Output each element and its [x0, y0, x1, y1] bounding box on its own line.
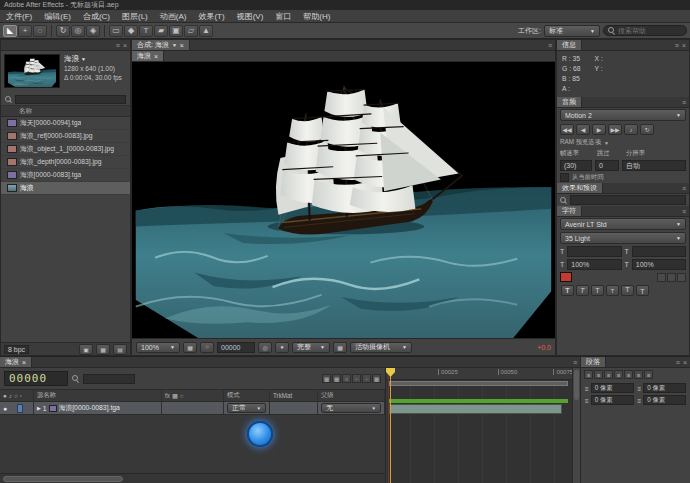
- ram-preview-options[interactable]: RAM 预览选项▼: [557, 137, 689, 148]
- project-item-selected[interactable]: 海浪: [1, 182, 130, 195]
- puppet-tool[interactable]: ▲: [199, 25, 213, 37]
- help-search-input[interactable]: [618, 27, 682, 34]
- effects-search-input[interactable]: [570, 195, 686, 205]
- faux-italic-button[interactable]: T: [576, 285, 589, 296]
- project-column-header[interactable]: 名称: [1, 106, 130, 117]
- font-size-field[interactable]: [567, 246, 621, 257]
- layer-label-chip[interactable]: [17, 404, 23, 413]
- safe-areas-icon[interactable]: ▦: [183, 342, 197, 353]
- space-before-field[interactable]: 0 像素: [591, 395, 634, 405]
- vertical-scroll-thumb[interactable]: [574, 370, 579, 400]
- project-search-input[interactable]: [15, 95, 126, 104]
- help-search-box[interactable]: [603, 25, 687, 36]
- workspace-dropdown[interactable]: 标准 ▼: [544, 25, 600, 37]
- align-left-button[interactable]: ≡: [584, 370, 593, 379]
- lock-column-icon[interactable]: ◦: [20, 392, 22, 399]
- close-icon[interactable]: ×: [123, 42, 127, 49]
- camera-tool[interactable]: ◎: [71, 25, 85, 37]
- loop-button[interactable]: ↻: [640, 124, 654, 135]
- graph-editor-icon[interactable]: ▦: [372, 374, 381, 383]
- timeline-graph-area[interactable]: 00025 00050 00075: [386, 368, 572, 483]
- pan-behind-tool[interactable]: ◈: [86, 25, 100, 37]
- faux-bold-button[interactable]: T: [561, 285, 574, 296]
- font-family-dropdown[interactable]: Avenir LT Std▼: [560, 218, 686, 230]
- work-area-bar[interactable]: [389, 381, 568, 386]
- close-icon[interactable]: ×: [22, 359, 26, 366]
- space-after-field[interactable]: 0 像素: [643, 395, 686, 405]
- exposure-value[interactable]: +0.0: [537, 344, 551, 351]
- viewer-tab[interactable]: 海浪 ×: [132, 51, 164, 61]
- justify-all-button[interactable]: ≡: [644, 370, 653, 379]
- new-composition-icon[interactable]: ▦: [96, 344, 110, 355]
- superscript-button[interactable]: T: [621, 285, 634, 296]
- snapshot-icon[interactable]: ◎: [258, 342, 272, 353]
- project-item[interactable]: 海浪_object_1_[0000-0083].jpg: [1, 143, 130, 156]
- composition-mini-flowchart-icon[interactable]: ▦: [322, 374, 331, 383]
- menu-effect[interactable]: 效果(T): [192, 10, 230, 22]
- all-caps-button[interactable]: T: [591, 285, 604, 296]
- fill-color-swatch[interactable]: [560, 272, 572, 282]
- audio-panel-tab[interactable]: 音频: [557, 97, 582, 107]
- indent-right-field[interactable]: 0 像素: [643, 383, 686, 393]
- draft-3d-icon[interactable]: ▦: [332, 374, 341, 383]
- audio-toggle-button[interactable]: ♪: [624, 124, 638, 135]
- timeline-search-input[interactable]: [83, 374, 135, 384]
- mode-column[interactable]: 模式: [224, 390, 270, 401]
- info-panel-tab[interactable]: 信息: [557, 40, 582, 50]
- justify-last-left-button[interactable]: ≡: [614, 370, 623, 379]
- source-name-column[interactable]: 源名称: [34, 390, 162, 401]
- magnification-dropdown[interactable]: 100%▼: [136, 342, 180, 353]
- stroke-color-swatch[interactable]: [657, 273, 666, 282]
- eyedropper-icon[interactable]: [667, 273, 676, 282]
- project-item[interactable]: 海浪_ref[0000-0083].jpg: [1, 130, 130, 143]
- vertical-scale-field[interactable]: 100%: [632, 259, 686, 270]
- menu-composition[interactable]: 合成(C): [77, 10, 116, 22]
- layer-duration-bar[interactable]: [389, 404, 562, 414]
- subscript-button[interactable]: T: [636, 285, 649, 296]
- switches-eye-icon[interactable]: ○: [180, 392, 184, 399]
- new-folder-icon[interactable]: ▣: [79, 344, 93, 355]
- panel-menu-icon[interactable]: ≡: [573, 359, 577, 366]
- layer-source-name[interactable]: 海浪[0000-0083].tga: [59, 403, 120, 413]
- small-caps-button[interactable]: T: [606, 285, 619, 296]
- preview-preset-dropdown[interactable]: Motion 2▼: [560, 109, 686, 121]
- footage-thumbnail[interactable]: [4, 54, 60, 88]
- composition-panel-tab[interactable]: 合成: 海浪 ▼ ×: [132, 40, 190, 50]
- trash-icon[interactable]: ▤: [113, 344, 127, 355]
- timeline-tab[interactable]: 海浪 ×: [0, 357, 32, 367]
- indent-left-field[interactable]: 0 像素: [591, 383, 634, 393]
- effects-presets-tab[interactable]: 效果和预设: [557, 183, 603, 193]
- panel-menu-icon[interactable]: ≡: [676, 359, 680, 366]
- chevron-down-icon[interactable]: ▼: [172, 42, 177, 48]
- timeline-zoom-scrollbar[interactable]: [0, 473, 385, 483]
- close-icon[interactable]: ×: [682, 42, 686, 49]
- layer-visibility-icon[interactable]: ●: [3, 405, 7, 412]
- close-icon[interactable]: ×: [180, 42, 184, 49]
- justify-last-center-button[interactable]: ≡: [624, 370, 633, 379]
- time-ruler[interactable]: 00025 00050 00075: [386, 368, 572, 380]
- audio-column-icon[interactable]: ♪: [9, 392, 12, 399]
- timeline-vertical-scrollbar[interactable]: [572, 368, 580, 483]
- current-time-display[interactable]: 00000: [4, 371, 68, 386]
- hand-tool[interactable]: +: [18, 25, 32, 37]
- character-panel-tab[interactable]: 字符: [557, 206, 582, 216]
- switches-fx-icon[interactable]: fx: [165, 392, 170, 399]
- project-item[interactable]: 海浪[0000-0083].tga: [1, 169, 130, 182]
- close-icon[interactable]: ×: [154, 53, 158, 60]
- panel-menu-icon[interactable]: ≡: [682, 99, 686, 106]
- trkmat-column[interactable]: TrkMat: [270, 390, 318, 401]
- menu-layer[interactable]: 图层(L): [116, 10, 154, 22]
- clone-stamp-tool[interactable]: ▣: [169, 25, 183, 37]
- skip-value[interactable]: 0: [595, 160, 619, 171]
- menu-window[interactable]: 窗口: [269, 10, 297, 22]
- hide-shy-layers-icon[interactable]: ○: [342, 374, 351, 383]
- video-column-icon[interactable]: ●: [3, 392, 7, 399]
- font-style-dropdown[interactable]: 35 Light▼: [560, 232, 686, 244]
- motion-blur-icon[interactable]: ◦: [362, 374, 371, 383]
- menu-edit[interactable]: 编辑(E): [38, 10, 77, 22]
- menu-file[interactable]: 文件(F): [0, 10, 38, 22]
- framerate-value[interactable]: (30): [560, 160, 592, 171]
- show-channel-icon[interactable]: ●: [275, 342, 289, 353]
- close-icon[interactable]: ×: [683, 359, 687, 366]
- leading-field[interactable]: [632, 246, 686, 257]
